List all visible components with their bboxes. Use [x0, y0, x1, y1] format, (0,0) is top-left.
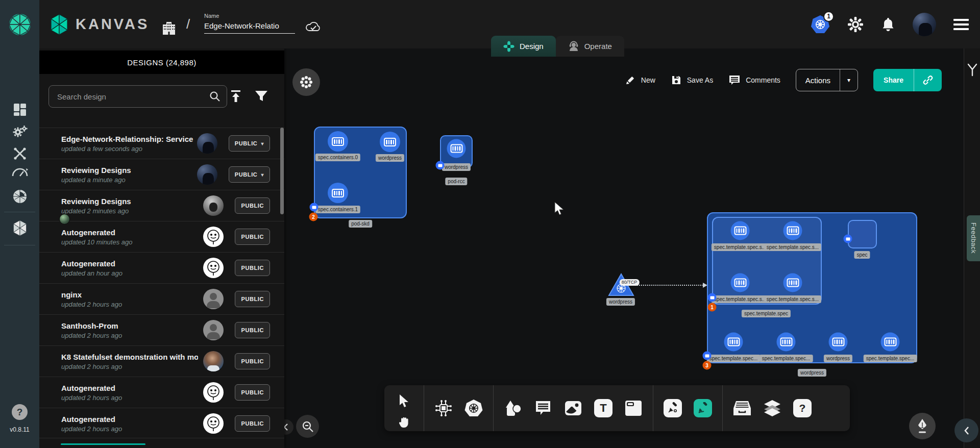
visibility-badge[interactable]: PUBLIC▾: [229, 135, 270, 152]
visibility-badge[interactable]: PUBLIC: [235, 260, 270, 276]
settings-gear-icon[interactable]: [847, 16, 864, 33]
text-tool[interactable]: T: [593, 397, 614, 419]
node-spec[interactable]: [848, 220, 877, 248]
notifications-bell-icon[interactable]: [881, 17, 895, 32]
meshery-logo[interactable]: [0, 0, 39, 48]
warning-count-badge[interactable]: 1: [708, 303, 717, 312]
nav-performance[interactable]: [0, 167, 39, 178]
container-icon: [832, 338, 844, 346]
visibility-badge[interactable]: PUBLIC: [235, 415, 270, 432]
zoom-control-button[interactable]: [296, 415, 319, 438]
cloud-sync-icon[interactable]: [305, 20, 322, 34]
visibility-badge[interactable]: PUBLIC: [235, 384, 270, 401]
nav-kanvas[interactable]: [0, 220, 39, 236]
nav-dashboard[interactable]: [0, 103, 39, 117]
design-list-item[interactable]: Reviewing Designsupdated a minute ago PU…: [39, 159, 284, 190]
scale-badge-icon[interactable]: [436, 161, 445, 170]
note-tool[interactable]: [623, 397, 644, 419]
freehand-draw-tool[interactable]: [692, 397, 714, 419]
visibility-badge[interactable]: PUBLIC: [235, 322, 270, 338]
warning-count-badge[interactable]: 3: [703, 361, 712, 370]
comment-tool[interactable]: [532, 397, 554, 419]
design-list-item[interactable]: K8 Statefulset demonstration with moupda…: [39, 345, 284, 377]
kubernetes-context-button[interactable]: 1: [811, 15, 830, 34]
edge-service-to-deployment[interactable]: [633, 285, 705, 286]
scale-badge-icon[interactable]: [708, 293, 717, 302]
node-container-0[interactable]: [328, 131, 348, 152]
nav-extensions[interactable]: [0, 188, 39, 205]
node-template-container-2[interactable]: [731, 273, 750, 292]
annotate-pen-button[interactable]: [909, 413, 936, 439]
warning-count-badge[interactable]: 2: [309, 213, 318, 221]
node-template-container-1[interactable]: [783, 221, 802, 240]
node-container-2[interactable]: [328, 183, 348, 203]
design-list-item[interactable]: Autogeneratedupdated 10 minutes ago PUBL…: [39, 221, 284, 252]
node-bottom-container-0[interactable]: [724, 333, 743, 352]
kubernetes-tool[interactable]: [463, 397, 484, 419]
pan-tool[interactable]: [394, 412, 415, 433]
node-bottom-container-1[interactable]: [777, 333, 796, 352]
menu-hamburger-icon[interactable]: [953, 19, 969, 30]
select-tool[interactable]: [394, 390, 415, 412]
design-list-item[interactable]: Edge-Network-Relationship: Serviceupdate…: [39, 128, 284, 159]
node-bottom-container-3[interactable]: [881, 333, 900, 352]
design-name-input[interactable]: [204, 20, 295, 34]
visibility-badge[interactable]: PUBLIC▾: [229, 166, 270, 183]
node-container[interactable]: [447, 139, 466, 158]
design-list-item[interactable]: Autogeneratedupdated 2 hours ago PUBLIC: [39, 377, 284, 408]
pen-tool[interactable]: [662, 397, 683, 419]
design-list-item[interactable]: nginxupdated 2 hours ago PUBLIC: [39, 283, 284, 314]
scale-badge-icon[interactable]: [844, 235, 852, 243]
visibility-badge[interactable]: PUBLIC: [235, 197, 270, 214]
design-author-avatar: [203, 227, 224, 247]
design-search-input[interactable]: [49, 92, 209, 101]
design-canvas[interactable]: New Save As Comments Actions ▾ Share: [284, 48, 964, 448]
help-button[interactable]: ?: [12, 404, 28, 420]
layers-tool[interactable]: [762, 397, 783, 419]
import-design-icon[interactable]: [228, 88, 243, 105]
tab-operate[interactable]: Operate: [556, 36, 624, 57]
search-icon[interactable]: [209, 91, 220, 102]
nav-configuration[interactable]: [0, 146, 39, 161]
new-design-button[interactable]: New: [625, 74, 655, 86]
collaborator-avatar: [59, 214, 70, 225]
node-template-container-0[interactable]: [731, 221, 750, 240]
node-template-container-3[interactable]: [783, 273, 802, 292]
feedback-tab[interactable]: Feedback: [967, 215, 980, 261]
share-button[interactable]: Share: [873, 69, 914, 91]
node-bottom-container-2[interactable]: [829, 333, 848, 352]
tab-design[interactable]: Design: [491, 36, 556, 57]
container-icon: [787, 227, 799, 235]
filter-icon[interactable]: [254, 88, 269, 104]
kanvas-brand[interactable]: KANVAS: [49, 0, 149, 48]
comments-button[interactable]: Comments: [728, 74, 780, 86]
nav-lifecycle[interactable]: [0, 124, 39, 139]
copy-link-button[interactable]: [914, 69, 942, 91]
node-pod-template-group[interactable]: [712, 217, 822, 305]
shapes-tool[interactable]: [502, 397, 524, 419]
visibility-badge[interactable]: PUBLIC: [235, 353, 270, 369]
drawer-tool[interactable]: [731, 397, 753, 419]
design-list-item[interactable]: Autogeneratedupdated an hour ago PUBLIC: [39, 252, 284, 283]
image-tool[interactable]: [562, 397, 584, 419]
actions-button[interactable]: Actions: [796, 69, 840, 91]
visibility-badge[interactable]: PUBLIC: [235, 291, 270, 307]
designs-list-scrollbar[interactable]: [280, 128, 284, 214]
save-as-button[interactable]: Save As: [671, 74, 713, 86]
design-list-item[interactable]: Santhosh-Promupdated 2 hours ago PUBLIC: [39, 314, 284, 345]
versions-merge-icon[interactable]: [966, 63, 978, 77]
node-container-1[interactable]: [380, 132, 400, 152]
organization-icon[interactable]: [161, 20, 177, 36]
user-avatar[interactable]: [913, 13, 936, 36]
scale-badge-icon[interactable]: [703, 352, 712, 360]
components-tool[interactable]: [433, 397, 454, 419]
actions-dropdown-button[interactable]: ▾: [840, 69, 857, 91]
visibility-badge[interactable]: PUBLIC: [235, 229, 270, 245]
design-list-item[interactable]: Reviewing Designsupdated 2 minutes ago P…: [39, 190, 284, 221]
scale-badge-icon[interactable]: [310, 203, 318, 212]
panel-dock-toggle-button[interactable]: [292, 68, 320, 96]
collapse-right-panel-button[interactable]: [954, 418, 978, 442]
help-tool[interactable]: ?: [792, 397, 813, 419]
container-icon: [780, 338, 792, 346]
design-list-item[interactable]: Autogeneratedupdated 2 hours ago PUBLIC: [39, 408, 284, 439]
